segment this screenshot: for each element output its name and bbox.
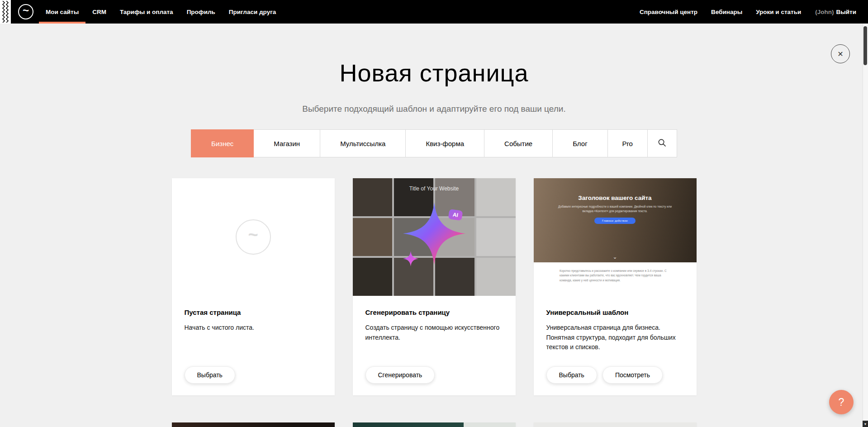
- template-card-partial: [534, 422, 697, 427]
- main-nav: Мои сайты CRM Тарифы и оплата Профиль Пр…: [39, 0, 283, 24]
- template-category-tabs: Бизнес Магазин Мультиссылка Квиз-форма С…: [0, 129, 868, 157]
- template-grid: ~ Пустая страница Начать с чистого листа…: [172, 178, 697, 427]
- template-card-ai-generate: Title of Your Website: [353, 178, 516, 395]
- nav-item-crm[interactable]: CRM: [85, 0, 113, 24]
- tab-pro[interactable]: Pro: [607, 129, 648, 157]
- partial-template-preview[interactable]: [353, 422, 516, 427]
- nav-item-help-center[interactable]: Справочный центр: [633, 9, 704, 15]
- ai-badge: AI: [448, 209, 463, 221]
- choose-blank-button[interactable]: Выбрать: [185, 366, 235, 384]
- card-body: Универсальный шаблон Универсальная стран…: [534, 296, 697, 395]
- tilda-watermark-icon: ~: [236, 219, 271, 255]
- view-universal-button[interactable]: Посмотреть: [602, 366, 663, 384]
- card-title: Сгенерировать страницу: [365, 308, 503, 316]
- page-title: Новая страница: [0, 59, 868, 87]
- preview-hero-subtitle: Добавьте интересные подробности о вашей …: [556, 204, 674, 214]
- tab-event[interactable]: Событие: [484, 129, 553, 157]
- top-navbar: ~ Мои сайты CRM Тарифы и оплата Профиль …: [0, 0, 868, 24]
- new-page-dialog: ✕ Новая страница Выберите подходящий шаб…: [0, 0, 868, 427]
- chevron-down-icon: ⌄: [612, 254, 617, 260]
- tilda-logo-icon[interactable]: ~: [18, 4, 33, 19]
- search-icon: [658, 138, 666, 148]
- partial-template-preview[interactable]: [172, 422, 335, 427]
- partial-template-preview[interactable]: [534, 422, 697, 427]
- scrollbar-thumb[interactable]: [863, 26, 867, 65]
- preview-site-title: Title of Your Website: [353, 185, 516, 192]
- blank-template-preview[interactable]: ~: [172, 178, 335, 296]
- template-card-universal: Заголовок вашего сайта Добавьте интересн…: [534, 178, 697, 395]
- choose-universal-button[interactable]: Выбрать: [546, 366, 597, 384]
- zigzag-pattern-icon: [0, 0, 11, 24]
- card-description: Создать страницу с помощью искусственног…: [365, 323, 503, 342]
- template-card-partial: [172, 422, 335, 427]
- preview-body-section: Коротко представьтесь и расскажите о ком…: [534, 262, 697, 296]
- card-title: Универсальный шаблон: [546, 308, 684, 316]
- user-name: (John): [808, 9, 836, 15]
- preview-hero-section: Заголовок вашего сайта Добавьте интересн…: [534, 178, 697, 262]
- card-description: Универсальная страница для бизнеса. Поня…: [546, 323, 684, 352]
- ai-sparkle-small-icon: [403, 251, 418, 268]
- scrollbar-down-arrow[interactable]: ▼: [863, 421, 868, 427]
- secondary-nav: Справочный центр Вебинары Уроки и статьи…: [633, 0, 868, 24]
- card-actions: Сгенерировать: [365, 366, 503, 384]
- tab-search[interactable]: [647, 129, 677, 157]
- close-button[interactable]: ✕: [831, 44, 850, 63]
- tab-multilink[interactable]: Мультиссылка: [320, 129, 406, 157]
- universal-template-preview[interactable]: Заголовок вашего сайта Добавьте интересн…: [534, 178, 697, 296]
- card-description: Начать с чистого листа.: [185, 323, 322, 333]
- tab-business[interactable]: Бизнес: [191, 129, 254, 157]
- help-button[interactable]: ?: [829, 390, 854, 414]
- tab-blog[interactable]: Блог: [552, 129, 607, 157]
- nav-item-my-sites[interactable]: Мои сайты: [39, 0, 85, 24]
- page-subtitle: Выберите подходящий шаблон и адаптируйте…: [0, 104, 868, 114]
- scrollbar-track[interactable]: [863, 24, 868, 421]
- close-icon: ✕: [837, 50, 843, 58]
- nav-item-invite-friend[interactable]: Пригласи друга: [222, 0, 283, 24]
- preview-body-text: Коротко представьтесь и расскажите о ком…: [560, 269, 670, 296]
- tab-shop[interactable]: Магазин: [253, 129, 320, 157]
- question-icon: ?: [839, 396, 844, 408]
- template-card-partial: [353, 422, 516, 427]
- card-body: Сгенерировать страницу Создать страницу …: [353, 296, 516, 395]
- ai-template-preview[interactable]: Title of Your Website: [353, 178, 516, 296]
- scrollbar: ▼: [863, 0, 868, 427]
- card-body: Пустая страница Начать с чистого листа. …: [172, 296, 335, 395]
- card-title: Пустая страница: [185, 308, 322, 316]
- card-actions: Выбрать: [185, 366, 322, 384]
- nav-item-profile[interactable]: Профиль: [180, 0, 222, 24]
- preview-hero-cta-button: Главное действие: [594, 218, 636, 224]
- logout-link[interactable]: Выйти: [836, 9, 857, 15]
- nav-item-webinars[interactable]: Вебинары: [704, 9, 749, 15]
- nav-item-pricing[interactable]: Тарифы и оплата: [113, 0, 180, 24]
- template-card-blank: ~ Пустая страница Начать с чистого листа…: [172, 178, 335, 395]
- card-actions: Выбрать Посмотреть: [546, 366, 684, 384]
- preview-hero-title: Заголовок вашего сайта: [578, 195, 651, 201]
- nav-item-lessons[interactable]: Уроки и статьи: [749, 9, 808, 15]
- generate-button[interactable]: Сгенерировать: [365, 366, 435, 384]
- tab-quiz-form[interactable]: Квиз-форма: [405, 129, 484, 157]
